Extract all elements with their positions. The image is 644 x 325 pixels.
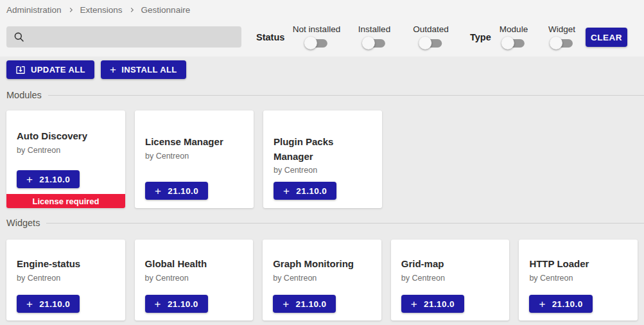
widgets-section-header: Widgets (6, 217, 644, 229)
update-all-button[interactable]: UPDATE ALL (6, 60, 94, 79)
plus-icon: + (155, 299, 161, 310)
card-title: Auto Discovery (17, 129, 87, 144)
status-filter-label: Status (256, 32, 284, 42)
install-version-button[interactable]: + 21.10.0 (17, 295, 80, 313)
card-body: Plugin Packs Manager by Centreon + 21.10… (263, 110, 382, 208)
installed-switch[interactable] (362, 37, 387, 49)
type-filter-label: Type (470, 32, 491, 42)
widget-switch[interactable] (550, 37, 574, 49)
filter-module: Module (500, 24, 528, 49)
card-title: Grid-map (401, 257, 444, 272)
plus-icon: + (283, 186, 290, 197)
section-divider (48, 95, 644, 96)
not-installed-label: Not installed (293, 24, 340, 34)
filter-widget: Widget (548, 24, 575, 49)
version-label: 21.10.0 (168, 186, 198, 196)
install-version-button[interactable]: + 21.10.0 (401, 295, 464, 313)
breadcrumb-item-gestionnaire[interactable]: Gestionnaire (141, 5, 191, 15)
outdated-label: Outdated (413, 24, 449, 34)
install-version-button[interactable]: + 21.10.0 (145, 295, 208, 313)
install-version-button[interactable]: + 21.10.0 (273, 295, 336, 313)
card-author: by Centreon (274, 166, 317, 175)
breadcrumb: Administration Extensions Gestionnaire (0, 0, 644, 15)
card-http-loader[interactable]: HTTP Loader by Centreon + 21.10.0 (519, 240, 638, 321)
card-body: Engine-status by Centreon + 21.10.0 (6, 240, 125, 321)
card-license-manager[interactable]: License Manager by Centreon + 21.10.0 (135, 110, 254, 208)
switch-knob (419, 37, 431, 49)
update-all-label: UPDATE ALL (31, 65, 85, 75)
module-switch[interactable] (501, 37, 526, 49)
switch-knob (362, 37, 375, 49)
card-body: Grid-map by Centreon + 21.10.0 (391, 240, 510, 321)
install-version-button[interactable]: + 21.10.0 (145, 182, 208, 200)
plus-icon: + (26, 174, 33, 185)
installed-label: Installed (358, 24, 390, 34)
system-update-icon (15, 65, 26, 75)
version-label: 21.10.0 (424, 299, 455, 309)
card-auto-discovery[interactable]: Auto Discovery by Centreon + 21.10.0 Lic… (6, 110, 125, 208)
version-label: 21.10.0 (39, 299, 70, 309)
clear-button[interactable]: CLEAR (586, 28, 627, 47)
install-all-button[interactable]: + INSTALL ALL (101, 60, 186, 79)
plus-icon: + (110, 64, 116, 75)
extensions-manager-page: Administration Extensions Gestionnaire S… (0, 0, 644, 325)
section-title: Modules (6, 90, 42, 100)
install-version-button[interactable]: + 21.10.0 (17, 170, 80, 188)
card-engine-status[interactable]: Engine-status by Centreon + 21.10.0 (6, 240, 125, 321)
install-version-button[interactable]: + 21.10.0 (274, 182, 336, 200)
plus-icon: + (411, 299, 417, 310)
card-author: by Centreon (273, 274, 317, 283)
version-label: 21.10.0 (296, 186, 327, 196)
modules-section-header: Modules (6, 89, 644, 101)
card-body: Graph Monitoring by Centreon + 21.10.0 (263, 240, 381, 321)
card-body: HTTP Loader by Centreon + 21.10.0 (519, 240, 638, 321)
breadcrumb-item-extensions[interactable]: Extensions (80, 5, 123, 15)
card-author: by Centreon (529, 274, 573, 283)
install-version-button[interactable]: + 21.10.0 (529, 295, 592, 313)
card-plugin-packs-manager[interactable]: Plugin Packs Manager by Centreon + 21.10… (263, 110, 382, 208)
search-box[interactable] (6, 26, 241, 48)
chevron-right-icon (67, 6, 74, 13)
plus-icon: + (155, 186, 161, 197)
modules-cards-row: Auto Discovery by Centreon + 21.10.0 Lic… (6, 110, 638, 208)
outdated-switch[interactable] (419, 37, 443, 49)
widgets-cards-row: Engine-status by Centreon + 21.10.0 Glob… (6, 240, 638, 321)
card-body: Global Health by Centreon + 21.10.0 (135, 240, 254, 321)
card-body: Auto Discovery by Centreon + 21.10.0 (6, 110, 125, 194)
section-title: Widgets (6, 218, 40, 228)
filter-outdated: Outdated (413, 24, 449, 49)
module-label: Module (500, 24, 528, 34)
card-grid-map[interactable]: Grid-map by Centreon + 21.10.0 (391, 240, 510, 321)
filter-not-installed: Not installed (293, 24, 340, 49)
version-label: 21.10.0 (552, 299, 583, 309)
plus-icon: + (283, 299, 289, 310)
switch-knob (550, 37, 562, 49)
card-author: by Centreon (401, 274, 445, 283)
filter-installed: Installed (358, 24, 390, 49)
card-title: Graph Monitoring (273, 257, 354, 272)
version-label: 21.10.0 (168, 299, 198, 309)
chevron-right-icon (128, 6, 135, 13)
card-title: Global Health (145, 257, 207, 272)
card-body: License Manager by Centreon + 21.10.0 (135, 110, 254, 208)
switch-knob (304, 37, 317, 49)
card-global-health[interactable]: Global Health by Centreon + 21.10.0 (135, 240, 254, 321)
card-graph-monitoring[interactable]: Graph Monitoring by Centreon + 21.10.0 (263, 240, 381, 321)
card-author: by Centreon (145, 152, 189, 161)
version-label: 21.10.0 (39, 175, 70, 184)
card-author: by Centreon (145, 274, 189, 283)
filter-toolbar: Status Not installed Installed Outdated … (0, 23, 644, 53)
version-label: 21.10.0 (296, 299, 327, 309)
license-required-badge: License required (6, 194, 125, 208)
plus-icon: + (539, 299, 545, 310)
widget-label: Widget (548, 24, 575, 34)
card-author: by Centreon (17, 274, 60, 283)
plus-icon: + (26, 299, 33, 310)
not-installed-switch[interactable] (304, 37, 329, 49)
card-author: by Centreon (17, 146, 60, 155)
switch-knob (501, 37, 514, 49)
section-divider (46, 223, 644, 224)
card-title: Engine-status (17, 257, 80, 272)
breadcrumb-item-administration[interactable]: Administration (6, 5, 62, 15)
search-input[interactable] (30, 32, 235, 42)
